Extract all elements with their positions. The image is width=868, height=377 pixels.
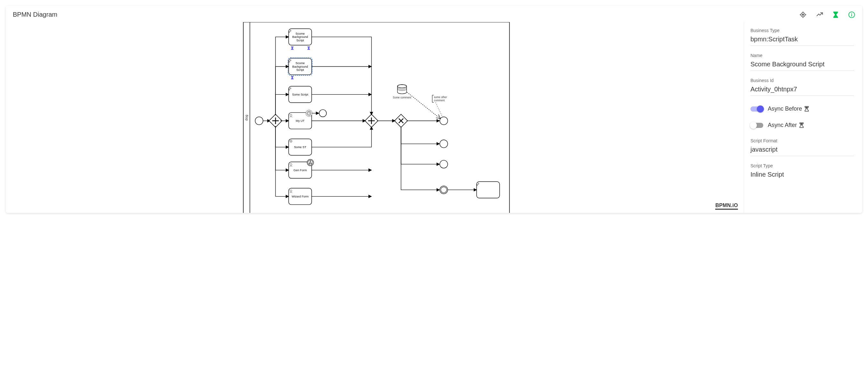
svg-text:Scome: Scome (296, 62, 305, 65)
svg-rect-53 (476, 182, 500, 198)
svg-point-0 (802, 14, 804, 16)
field-label: Script Type (750, 163, 854, 168)
hourglass-icon (800, 122, 804, 128)
info-icon[interactable] (848, 11, 855, 18)
field-value[interactable]: javascript (750, 145, 854, 156)
svg-rect-9 (243, 22, 509, 213)
intermediate-event[interactable] (319, 110, 327, 117)
async-marker-icon (308, 47, 310, 50)
task-some-st[interactable]: Some ST (288, 139, 312, 155)
page-title: BPMN Diagram (13, 11, 57, 18)
end-event-1[interactable] (440, 117, 448, 125)
svg-text:Gen Form: Gen Form (293, 169, 307, 172)
hourglass-icon (805, 106, 809, 112)
svg-text:Some ST: Some ST (294, 146, 307, 149)
task-scome-bg-1[interactable]: Scome Background Script (288, 29, 312, 45)
svg-text:some other: some other (434, 96, 447, 99)
async-marker-icon (291, 47, 293, 50)
property-field: Business Type bpmn:ScriptTask (750, 28, 854, 46)
intermediate-throw-event[interactable] (440, 186, 448, 194)
svg-text:My UT: My UT (296, 119, 305, 122)
end-event-2[interactable] (440, 140, 448, 148)
field-value[interactable]: Inline Script (750, 170, 854, 178)
field-label: Business Type (750, 28, 854, 33)
property-field: Script Type Inline Script (750, 163, 854, 178)
header-icon-bar (800, 11, 855, 18)
property-field: Script Format javascript (750, 138, 854, 156)
svg-text:Background: Background (292, 65, 308, 68)
exclusive-gateway[interactable] (395, 114, 408, 127)
toggle-row: Async Before (750, 106, 854, 112)
escalation-boundary-event[interactable] (307, 159, 314, 166)
svg-text:Script: Script (296, 68, 304, 71)
svg-point-7 (851, 13, 852, 13)
async-marker-icon (291, 76, 293, 79)
svg-text:Wizard Form: Wizard Form (292, 195, 309, 198)
field-value[interactable]: Activity_0htnpx7 (750, 85, 854, 96)
data-store[interactable] (398, 85, 407, 94)
parallel-gateway-2[interactable] (365, 114, 378, 127)
bpmn-card: BPMN Diagram (6, 6, 862, 213)
field-value[interactable]: Scome Background Script (750, 60, 854, 71)
task-scome-bg-2-selected[interactable]: Scome Background Script (288, 58, 312, 75)
parallel-gateway-1[interactable] (269, 114, 282, 127)
field-label: Script Format (750, 138, 854, 143)
task-script-empty[interactable] (476, 182, 500, 198)
toggle-switch[interactable] (750, 123, 763, 128)
svg-text:Background: Background (292, 35, 308, 38)
timer-boundary-event[interactable] (306, 110, 313, 117)
svg-text:Some Script: Some Script (292, 93, 308, 96)
data-store-label: Some comment (393, 96, 411, 99)
text-annotation[interactable]: some other comment (432, 95, 447, 103)
hourglass-icon[interactable] (833, 11, 839, 18)
bpmn-io-logo[interactable]: BPMN.iO (715, 203, 738, 210)
end-event-3[interactable] (440, 160, 448, 168)
lane-label: dog (244, 115, 248, 121)
field-value[interactable]: bpmn:ScriptTask (750, 35, 854, 46)
card-header: BPMN Diagram (6, 6, 862, 22)
history-icon[interactable] (816, 11, 823, 18)
svg-text:Scome: Scome (296, 32, 305, 35)
field-label: Business Id (750, 78, 854, 83)
toggle-row: Async After (750, 122, 854, 128)
properties-panel: Business Type bpmn:ScriptTask Name Scome… (744, 22, 862, 213)
start-event[interactable] (255, 117, 263, 125)
property-field: Business Id Activity_0htnpx7 (750, 78, 854, 96)
field-label: Name (750, 53, 854, 58)
locate-icon[interactable] (800, 11, 806, 18)
svg-rect-8 (851, 14, 852, 16)
toggle-label: Async After (768, 122, 804, 128)
toggle-label: Async Before (768, 106, 809, 112)
diagram-canvas[interactable]: dog Scome Background (6, 22, 744, 213)
svg-text:comment: comment (434, 99, 445, 102)
task-some-script[interactable]: Some Script (288, 86, 312, 103)
toggle-switch[interactable] (750, 107, 763, 112)
task-wizard-form[interactable]: Wizard Form (288, 188, 312, 205)
property-field: Name Scome Background Script (750, 53, 854, 71)
svg-text:Script: Script (296, 39, 304, 42)
